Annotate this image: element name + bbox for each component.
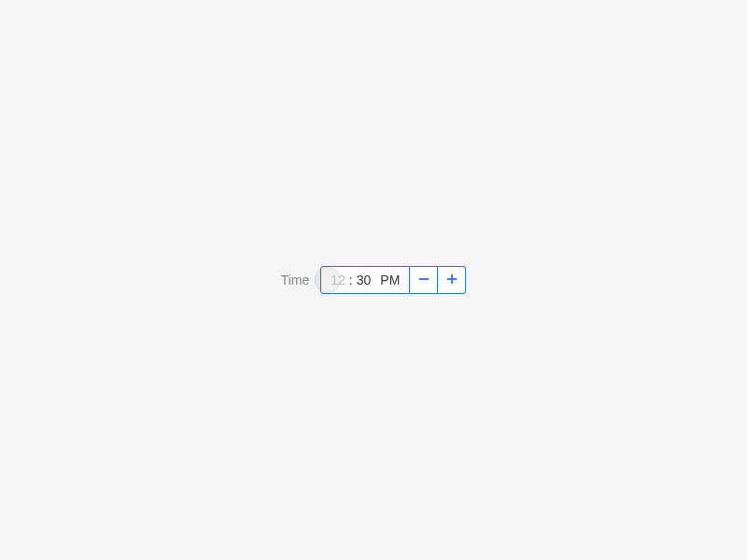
time-picker: Time 12 : 30 PM [281, 266, 467, 294]
period-segment[interactable]: PM [380, 273, 400, 287]
decrement-button[interactable] [410, 266, 438, 294]
time-input[interactable]: 12 : 30 PM [320, 266, 410, 294]
time-controls: 12 : 30 PM [320, 266, 466, 294]
minute-segment[interactable]: 30 [357, 273, 372, 287]
plus-icon [445, 273, 458, 288]
time-label: Time [281, 273, 310, 287]
hour-segment[interactable]: 12 [331, 273, 345, 287]
minus-icon [417, 273, 430, 288]
time-separator: : [349, 273, 353, 287]
increment-button[interactable] [438, 266, 466, 294]
